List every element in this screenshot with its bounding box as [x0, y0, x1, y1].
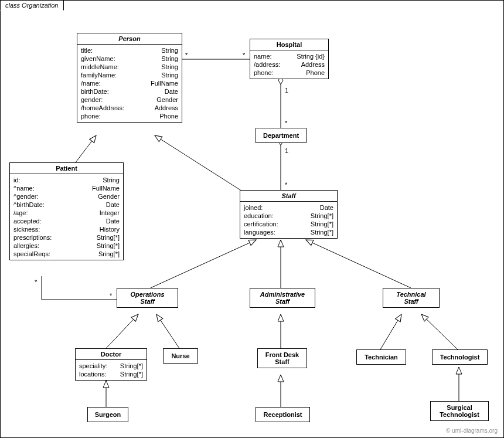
- class-attrs: speciality:String[*]locations:String[*]: [76, 360, 147, 380]
- class-patient: Patient id:String^name:FullName^gender:G…: [9, 162, 124, 260]
- class-administrative-staff: AdministrativeStaff: [250, 288, 315, 308]
- mult-star: *: [285, 120, 287, 127]
- class-attrs: title:StringgivenName:StringmiddleName:S…: [77, 45, 182, 122]
- class-technician: Technician: [356, 349, 406, 365]
- class-title: Staff: [240, 191, 337, 202]
- svg-line-12: [421, 314, 458, 349]
- mult-star: *: [285, 181, 287, 188]
- mult-star: *: [35, 279, 37, 286]
- class-title: Person: [77, 33, 182, 45]
- svg-line-9: [156, 314, 179, 348]
- svg-line-8: [106, 314, 138, 348]
- attr-row: phone:Phone: [254, 69, 325, 77]
- class-attrs: id:String^name:FullName^gender:Gender^bi…: [10, 174, 123, 260]
- attr-row: /age:Integer: [13, 209, 120, 217]
- class-front-desk-staff: Front DeskStaff: [257, 348, 307, 368]
- class-title: Patient: [10, 163, 123, 174]
- class-surgical-technologist: SurgicalTechnologist: [430, 401, 489, 421]
- attr-row: certification:String[*]: [244, 220, 333, 228]
- attr-row: ^name:FullName: [13, 184, 120, 192]
- attr-row: specialReqs:Sring[*]: [13, 250, 120, 258]
- attr-row: middleName:String: [81, 63, 178, 71]
- mult-one: 1: [285, 147, 288, 154]
- attr-row: locations:String[*]: [79, 370, 143, 378]
- class-technologist: Technologist: [432, 349, 488, 365]
- attr-row: ^gender:Gender: [13, 192, 120, 201]
- attr-row: givenName:String: [81, 55, 178, 63]
- attr-row: birthDate:Date: [81, 87, 178, 96]
- frame-tab: class Organization: [0, 0, 64, 11]
- mult-star: *: [110, 292, 112, 299]
- svg-line-4: [155, 135, 247, 194]
- mult-star: *: [243, 52, 245, 59]
- class-hospital: Hospital name:String {id}/address:Addres…: [250, 39, 329, 79]
- class-surgeon: Surgeon: [87, 407, 128, 422]
- class-staff: Staff joined:Dateeducation:String[*]cert…: [240, 190, 338, 239]
- class-title: Doctor: [76, 349, 147, 360]
- attr-row: familyName:String: [81, 71, 178, 79]
- class-department: Department: [256, 128, 307, 143]
- class-doctor: Doctor speciality:String[*]locations:Str…: [75, 348, 147, 381]
- attr-row: accepted:Date: [13, 217, 120, 225]
- attr-row: /homeAddress:Address: [81, 104, 178, 112]
- attr-row: joined:Date: [244, 203, 333, 212]
- attr-row: /name:FullName: [81, 79, 178, 87]
- class-attrs: name:String {id}/address:Addressphone:Ph…: [250, 50, 328, 79]
- svg-line-11: [380, 314, 401, 349]
- class-attrs: joined:Dateeducation:String[*]certificat…: [240, 202, 337, 238]
- svg-line-7: [306, 240, 411, 288]
- attr-row: id:String: [13, 176, 120, 184]
- class-receptionist: Receptionist: [256, 407, 310, 422]
- frame-title: class Organization: [5, 2, 59, 9]
- attr-row: gender:Gender: [81, 96, 178, 104]
- svg-line-5: [151, 240, 256, 288]
- class-person: Person title:StringgivenName:Stringmiddl…: [77, 33, 182, 123]
- attr-row: title:String: [81, 46, 178, 55]
- class-title: Hospital: [250, 39, 328, 50]
- attr-row: /address:Address: [254, 60, 325, 69]
- attr-row: ^birthDate:Date: [13, 201, 120, 209]
- attr-row: name:String {id}: [254, 52, 325, 60]
- class-operations-staff: OperationsStaff: [117, 288, 178, 308]
- attr-row: speciality:String[*]: [79, 362, 143, 370]
- svg-line-3: [76, 135, 96, 162]
- credit-text: © uml-diagrams.org: [446, 427, 498, 434]
- class-nurse: Nurse: [163, 348, 198, 364]
- attr-row: allergies:String[*]: [13, 242, 120, 250]
- attr-row: phone:Phone: [81, 112, 178, 120]
- attr-row: languages:String[*]: [244, 228, 333, 236]
- class-technical-staff: TechnicalStaff: [383, 288, 440, 308]
- mult-star: *: [185, 52, 188, 59]
- attr-row: prescriptions:String[*]: [13, 233, 120, 242]
- diagram-frame: class Organization: [0, 0, 504, 438]
- attr-row: education:String[*]: [244, 212, 333, 220]
- attr-row: sickness:History: [13, 225, 120, 233]
- mult-one: 1: [285, 87, 288, 94]
